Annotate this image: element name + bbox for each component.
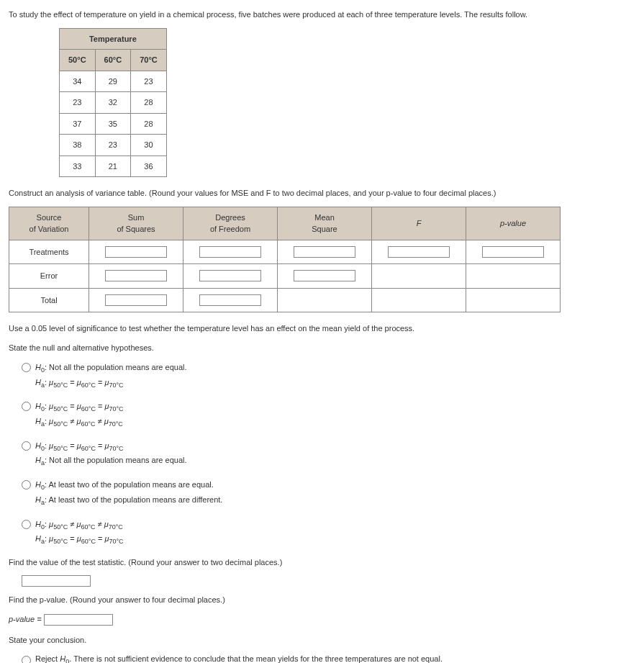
hyp-option-5: H0: μ50°C ≠ μ60°C ≠ μ70°C Ha: μ50°C = μ6… (35, 518, 124, 548)
temperature-table: Temperature 50°C 60°C 70°C 342923 233228… (59, 28, 167, 178)
hdr-ms: MeanSquare (278, 207, 372, 240)
conclusion-prompt: State your conclusion. (9, 634, 635, 646)
hdr-source: Sourceof Variation (9, 207, 89, 240)
treat-ms-input[interactable] (294, 246, 355, 258)
hdr-f: F (372, 207, 466, 240)
treat-f-input[interactable] (388, 246, 450, 258)
hyp-radio-5[interactable] (22, 520, 31, 529)
hyp-radio-4[interactable] (22, 480, 31, 490)
anova-table: Sourceof Variation Sumof Squares Degrees… (9, 207, 561, 313)
total-df-input[interactable] (199, 294, 261, 306)
significance-instruction: Use a 0.05 level of significance to test… (9, 323, 635, 335)
hyp-option-4: H0: At least two of the population means… (35, 478, 222, 508)
hdr-df: Degreesof Freedom (183, 207, 278, 240)
test-statistic-input[interactable] (22, 575, 91, 587)
hyp-option-2: H0: μ50°C = μ60°C = μ70°C Ha: μ50°C ≠ μ6… (35, 400, 124, 430)
conclusion-options: Reject H0. There is not sufficient evide… (22, 653, 635, 663)
intro-text: To study the effect of temperature on yi… (9, 9, 635, 21)
table-row: 342923 (60, 71, 167, 92)
conclusion-text-1: Reject H0. There is not sufficient evide… (35, 653, 443, 663)
temp-group-header: Temperature (60, 28, 167, 50)
hypothesis-prompt: State the null and alternative hypothese… (9, 342, 635, 354)
hdr-ss: Sumof Squares (89, 207, 183, 240)
hypothesis-options: H0: Not all the population means are equ… (22, 361, 635, 548)
row-total: Total (9, 288, 89, 312)
anova-instruction: Construct an analysis of variance table.… (9, 187, 635, 199)
pvalue-input[interactable] (44, 614, 113, 626)
col-60: 60°C (95, 50, 131, 71)
pvalue-prompt: Find the p-value. (Round your answer to … (9, 594, 635, 606)
row-treatments: Treatments (9, 240, 89, 264)
total-ss-input[interactable] (105, 294, 167, 306)
table-row: 332136 (60, 155, 167, 177)
conclusion-radio-1[interactable] (22, 656, 31, 663)
col-50: 50°C (60, 50, 96, 71)
error-ms-input[interactable] (294, 270, 355, 281)
table-row: 233228 (60, 92, 167, 114)
hyp-option-1: H0: Not all the population means are equ… (35, 361, 187, 391)
table-row: 382330 (60, 135, 167, 156)
hdr-p: p-value (466, 207, 561, 240)
treat-p-input[interactable] (482, 246, 544, 258)
treat-ss-input[interactable] (105, 246, 167, 258)
treat-df-input[interactable] (199, 246, 261, 258)
hyp-option-3: H0: μ50°C = μ60°C = μ70°C Ha: Not all th… (35, 439, 187, 469)
hyp-radio-3[interactable] (22, 441, 31, 451)
test-stat-prompt: Find the value of the test statistic. (R… (9, 556, 635, 569)
hyp-radio-1[interactable] (22, 363, 31, 372)
table-row: 373528 (60, 113, 167, 135)
error-df-input[interactable] (199, 270, 261, 281)
pvalue-label: p-value = (9, 615, 42, 623)
col-70: 70°C (131, 50, 167, 71)
row-error: Error (9, 264, 89, 289)
hyp-radio-2[interactable] (22, 402, 31, 411)
error-ss-input[interactable] (105, 270, 167, 281)
